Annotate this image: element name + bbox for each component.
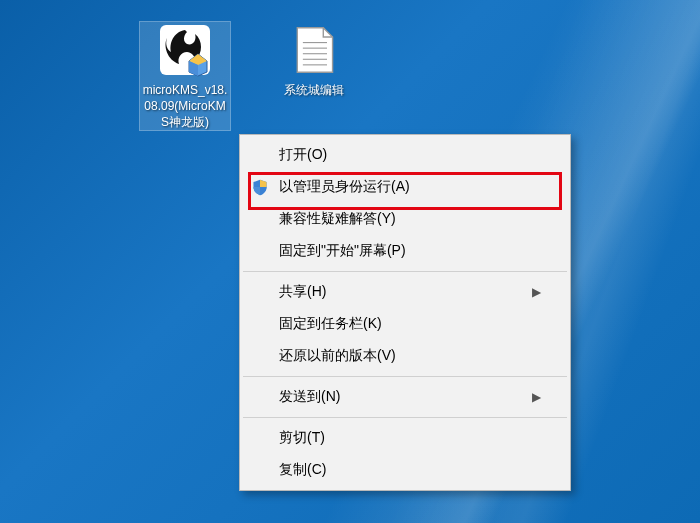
blank-icon [249, 386, 271, 408]
context-menu: 打开(O) 以管理员身份运行(A) 兼容性疑难解答(Y) 固定到"开始"屏幕(P… [239, 134, 571, 491]
menu-item-run-as-admin[interactable]: 以管理员身份运行(A) [241, 171, 569, 203]
menu-item-label: 发送到(N) [279, 388, 340, 406]
menu-item-label: 兼容性疑难解答(Y) [279, 210, 396, 228]
menu-item-compat-troubleshoot[interactable]: 兼容性疑难解答(Y) [241, 203, 569, 235]
menu-item-send-to[interactable]: 发送到(N) ▶ [241, 381, 569, 413]
desktop-icon-label: 系统城编辑 [269, 82, 359, 98]
blank-icon [249, 281, 271, 303]
shield-icon [249, 176, 271, 198]
blank-icon [249, 208, 271, 230]
blank-icon [249, 240, 271, 262]
menu-item-label: 共享(H) [279, 283, 326, 301]
menu-item-share[interactable]: 共享(H) ▶ [241, 276, 569, 308]
menu-item-copy[interactable]: 复制(C) [241, 454, 569, 486]
menu-item-label: 还原以前的版本(V) [279, 347, 396, 365]
menu-item-label: 以管理员身份运行(A) [279, 178, 410, 196]
desktop-icon-microkms[interactable]: microKMS_v18.08.09(MicroKMS神龙版) [140, 22, 230, 130]
menu-item-pin-to-taskbar[interactable]: 固定到任务栏(K) [241, 308, 569, 340]
submenu-arrow-icon: ▶ [532, 285, 541, 299]
blank-icon [249, 427, 271, 449]
dragon-app-icon [157, 22, 213, 78]
menu-item-label: 固定到任务栏(K) [279, 315, 382, 333]
menu-separator [243, 271, 567, 272]
menu-item-label: 打开(O) [279, 146, 327, 164]
desktop-icon-textfile[interactable]: 系统城编辑 [269, 22, 359, 98]
menu-separator [243, 417, 567, 418]
desktop-icon-label: microKMS_v18.08.09(MicroKMS神龙版) [140, 82, 230, 130]
blank-icon [249, 345, 271, 367]
menu-item-label: 固定到"开始"屏幕(P) [279, 242, 406, 260]
menu-item-label: 剪切(T) [279, 429, 325, 447]
menu-item-label: 复制(C) [279, 461, 326, 479]
textfile-icon [286, 22, 342, 78]
submenu-arrow-icon: ▶ [532, 390, 541, 404]
menu-item-restore-previous[interactable]: 还原以前的版本(V) [241, 340, 569, 372]
menu-item-open[interactable]: 打开(O) [241, 139, 569, 171]
blank-icon [249, 459, 271, 481]
blank-icon [249, 144, 271, 166]
menu-separator [243, 376, 567, 377]
menu-item-cut[interactable]: 剪切(T) [241, 422, 569, 454]
menu-item-pin-to-start[interactable]: 固定到"开始"屏幕(P) [241, 235, 569, 267]
blank-icon [249, 313, 271, 335]
